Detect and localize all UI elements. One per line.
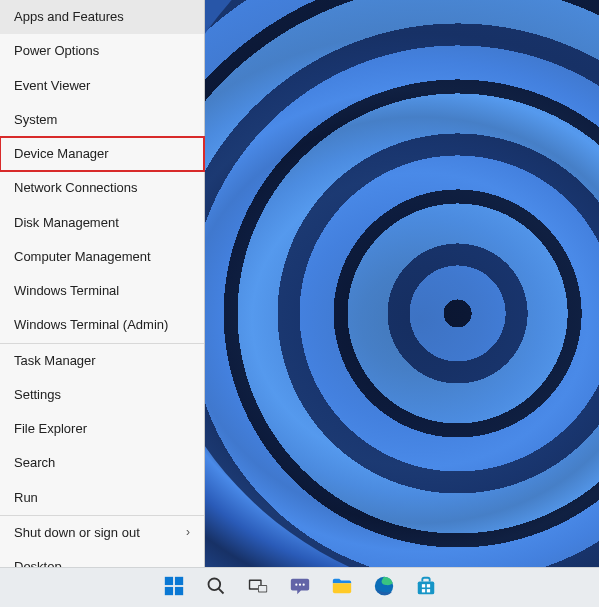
task-view-icon	[247, 575, 269, 601]
menu-item-task-manager[interactable]: Task Manager	[0, 344, 204, 378]
winx-context-menu: Apps and FeaturesPower OptionsEvent View…	[0, 0, 205, 585]
taskbar	[0, 567, 599, 607]
menu-item-label: Task Manager	[14, 353, 96, 369]
chat-icon	[289, 575, 311, 601]
start-icon	[163, 575, 185, 601]
svg-rect-3	[174, 586, 182, 594]
store-button[interactable]	[409, 571, 443, 605]
svg-rect-16	[426, 584, 429, 587]
menu-item-computer-management[interactable]: Computer Management	[0, 240, 204, 274]
menu-item-label: Settings	[14, 387, 61, 403]
menu-item-label: Event Viewer	[14, 78, 90, 94]
search-button[interactable]	[199, 571, 233, 605]
svg-rect-15	[421, 584, 424, 587]
file-explorer-button[interactable]	[325, 571, 359, 605]
svg-rect-2	[164, 586, 172, 594]
edge-icon	[373, 575, 395, 601]
menu-item-label: Run	[14, 490, 38, 506]
edge-button[interactable]	[367, 571, 401, 605]
menu-item-power-options[interactable]: Power Options	[0, 34, 204, 68]
menu-item-label: File Explorer	[14, 421, 87, 437]
menu-item-system[interactable]: System	[0, 103, 204, 137]
menu-item-label: Windows Terminal (Admin)	[14, 317, 168, 333]
svg-rect-1	[174, 576, 182, 584]
menu-item-search[interactable]: Search	[0, 446, 204, 480]
menu-item-device-manager[interactable]: Device Manager	[0, 137, 204, 171]
menu-item-shut-down-or-sign-out[interactable]: Shut down or sign out›	[0, 516, 204, 550]
svg-point-10	[295, 583, 297, 585]
menu-item-label: Disk Management	[14, 215, 119, 231]
svg-line-5	[218, 588, 223, 593]
search-icon	[206, 576, 226, 600]
menu-item-label: Windows Terminal	[14, 283, 119, 299]
menu-item-label: Network Connections	[14, 180, 138, 196]
start-button[interactable]	[157, 571, 191, 605]
folder-icon	[331, 575, 353, 601]
store-icon	[415, 575, 437, 601]
menu-item-network-connections[interactable]: Network Connections	[0, 171, 204, 205]
chevron-right-icon: ›	[186, 525, 190, 540]
svg-point-12	[302, 583, 304, 585]
menu-item-apps-and-features[interactable]: Apps and Features	[0, 0, 204, 34]
menu-item-label: Search	[14, 455, 55, 471]
chat-button[interactable]	[283, 571, 317, 605]
menu-item-settings[interactable]: Settings	[0, 378, 204, 412]
svg-rect-18	[426, 589, 429, 592]
svg-rect-14	[417, 581, 434, 594]
menu-item-label: Computer Management	[14, 249, 151, 265]
svg-rect-17	[421, 589, 424, 592]
svg-point-11	[298, 583, 300, 585]
menu-item-run[interactable]: Run	[0, 481, 204, 515]
menu-item-label: System	[14, 112, 57, 128]
task-view-button[interactable]	[241, 571, 275, 605]
menu-item-label: Apps and Features	[14, 9, 124, 25]
svg-rect-9	[258, 586, 265, 592]
menu-item-disk-management[interactable]: Disk Management	[0, 206, 204, 240]
menu-item-label: Shut down or sign out	[14, 525, 140, 541]
menu-item-windows-terminal-admin[interactable]: Windows Terminal (Admin)	[0, 308, 204, 342]
menu-item-event-viewer[interactable]: Event Viewer	[0, 69, 204, 103]
svg-point-4	[208, 578, 220, 590]
menu-item-label: Power Options	[14, 43, 99, 59]
svg-rect-0	[164, 576, 172, 584]
menu-item-windows-terminal[interactable]: Windows Terminal	[0, 274, 204, 308]
menu-item-label: Device Manager	[14, 146, 109, 162]
menu-item-file-explorer[interactable]: File Explorer	[0, 412, 204, 446]
